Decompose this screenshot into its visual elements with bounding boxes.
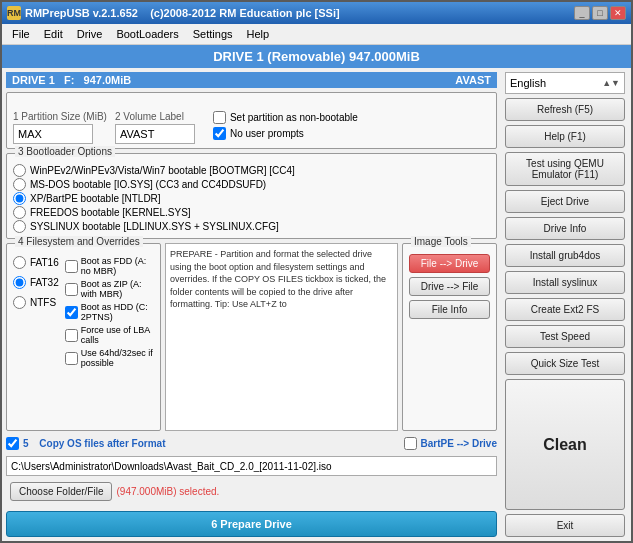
clean-button[interactable]: Clean <box>505 379 625 510</box>
menu-bar: File Edit Drive BootLoaders Settings Hel… <box>2 24 631 45</box>
menu-bootloaders[interactable]: BootLoaders <box>110 26 184 42</box>
fs-fat32-radio[interactable] <box>13 276 26 289</box>
non-bootable-label: Set partition as non-bootable <box>230 112 358 123</box>
file-to-drive-button[interactable]: File --> Drive <box>409 254 490 273</box>
partition-row: 1 Partition Size (MiB) 2 Volume Label Se… <box>13 111 490 144</box>
bootloader-label-2: XP/BartPE bootable [NTLDR] <box>30 193 161 204</box>
drive-to-file-button[interactable]: Drive --> File <box>409 277 490 296</box>
fs-cb-3-input[interactable] <box>65 329 78 342</box>
bootloader-option-2: XP/BartPE bootable [NTLDR] <box>13 192 490 205</box>
close-button[interactable]: ✕ <box>610 6 626 20</box>
bootloader-label-0: WinPEv2/WinPEv3/Vista/Win7 bootable [BOO… <box>30 165 295 176</box>
title-buttons: _ □ ✕ <box>574 6 626 20</box>
bottom-bar: Choose Folder/File (947.000MiB) selected… <box>6 480 497 505</box>
fs-ntfs-label: NTFS <box>30 297 56 308</box>
choose-folder-button[interactable]: Choose Folder/File <box>10 482 112 501</box>
bootloader-radio-3[interactable] <box>13 206 26 219</box>
bootloader-radio-2[interactable] <box>13 192 26 205</box>
fs-cb-2: Boot as HDD (C: 2PTNS) <box>65 302 154 322</box>
volume-label-input[interactable] <box>115 124 195 144</box>
fs-cb-3: Force use of LBA calls <box>65 325 154 345</box>
fs-cb-4-input[interactable] <box>65 352 78 365</box>
window-title: RMPrepUSB v.2.1.652 (c)2008-2012 RM Educ… <box>25 7 340 19</box>
copy-os-label: 5 Copy OS files after Format <box>6 437 165 450</box>
fs-cb-1: Boot as ZIP (A: with MBR) <box>65 279 154 299</box>
bootloader-label-1: MS-DOS bootable [IO.SYS] (CC3 and CC4DDS… <box>30 179 266 190</box>
drive-bar: DRIVE 1 F: 947.0MiB AVAST <box>6 72 497 88</box>
create-ext2-button[interactable]: Create Ext2 FS <box>505 298 625 321</box>
copy-section-num: 5 <box>23 438 29 449</box>
selected-file-message: (947.000MiB) selected. <box>116 486 219 497</box>
no-user-prompts-checkbox-row: No user prompts <box>213 127 358 140</box>
fs-fat32: FAT32 <box>13 276 59 289</box>
fs-cb-2-input[interactable] <box>65 306 78 319</box>
fs-cb-0-input[interactable] <box>65 260 78 273</box>
test-qemu-button[interactable]: Test using QEMU Emulator (F11) <box>505 152 625 186</box>
bootloader-section: 3 Bootloader Options WinPEv2/WinPEv3/Vis… <box>6 153 497 239</box>
fs-cb-1-input[interactable] <box>65 283 78 296</box>
fs-cb-1-label: Boot as ZIP (A: with MBR) <box>81 279 154 299</box>
drive-info-button[interactable]: Drive Info <box>505 217 625 240</box>
partition-section: 1 Partition Size (MiB) 2 Volume Label Se… <box>6 92 497 149</box>
bootloader-option-0: WinPEv2/WinPEv3/Vista/Win7 bootable [BOO… <box>13 164 490 177</box>
copy-os-text: Copy OS files after Format <box>39 438 165 449</box>
no-user-prompts-checkbox[interactable] <box>213 127 226 140</box>
fs-ntfs: NTFS <box>13 296 59 309</box>
prepare-drive-button[interactable]: 6 Prepare Drive <box>6 511 497 537</box>
bootloader-radio-0[interactable] <box>13 164 26 177</box>
non-bootable-checkbox-row: Set partition as non-bootable <box>213 111 358 124</box>
bootloader-radio-1[interactable] <box>13 178 26 191</box>
maximize-button[interactable]: □ <box>592 6 608 20</box>
language-text: English <box>510 77 546 89</box>
quick-size-test-button[interactable]: Quick Size Test <box>505 352 625 375</box>
partition-size-input[interactable] <box>13 124 93 144</box>
fs-fat16-radio[interactable] <box>13 256 26 269</box>
help-button[interactable]: Help (F1) <box>505 125 625 148</box>
minimize-button[interactable]: _ <box>574 6 590 20</box>
install-syslinux-button[interactable]: Install syslinux <box>505 271 625 294</box>
language-arrow-icon: ▲▼ <box>602 78 620 88</box>
file-info-button[interactable]: File Info <box>409 300 490 319</box>
fs-ntfs-radio[interactable] <box>13 296 26 309</box>
menu-help[interactable]: Help <box>241 26 276 42</box>
partition-size-label: 1 Partition Size (MiB) <box>13 111 107 122</box>
copy-os-checkbox[interactable] <box>6 437 19 450</box>
app-icon: RM <box>7 6 21 20</box>
fs-checkbox-column: Boot as FDD (A: no MBR) Boot as ZIP (A: … <box>65 256 154 368</box>
bootloader-radio-4[interactable] <box>13 220 26 233</box>
menu-edit[interactable]: Edit <box>38 26 69 42</box>
image-tools-section: Image Tools File --> Drive Drive --> Fil… <box>402 243 497 431</box>
menu-settings[interactable]: Settings <box>187 26 239 42</box>
fs-fat16-label: FAT16 <box>30 257 59 268</box>
main-window: RM RMPrepUSB v.2.1.652 (c)2008-2012 RM E… <box>0 0 633 543</box>
file-path-input[interactable] <box>6 456 497 476</box>
fs-fat16: FAT16 <box>13 256 59 269</box>
menu-file[interactable]: File <box>6 26 36 42</box>
title-bar-left: RM RMPrepUSB v.2.1.652 (c)2008-2012 RM E… <box>7 6 340 20</box>
right-panel: English ▲▼ Refresh (F5) Help (F1) Test u… <box>501 68 631 541</box>
fs-radio-column: FAT16 FAT32 NTFS <box>13 256 59 368</box>
eject-drive-button[interactable]: Eject Drive <box>505 190 625 213</box>
non-bootable-checkbox[interactable] <box>213 111 226 124</box>
no-user-prompts-label: No user prompts <box>230 128 304 139</box>
install-grub4dos-button[interactable]: Install grub4dos <box>505 244 625 267</box>
drive-label: DRIVE 1 F: 947.0MiB <box>12 74 131 86</box>
bart-pe-label: BartPE --> Drive <box>404 437 497 450</box>
bootloader-option-3: FREEDOS bootable [KERNEL.SYS] <box>13 206 490 219</box>
fs-cb-0: Boot as FDD (A: no MBR) <box>65 256 154 276</box>
fs-cb-3-label: Force use of LBA calls <box>81 325 154 345</box>
refresh-button[interactable]: Refresh (F5) <box>505 98 625 121</box>
test-speed-button[interactable]: Test Speed <box>505 325 625 348</box>
drive-type: AVAST <box>455 74 491 86</box>
prepare-text-area: PREPARE - Partition and format the selec… <box>165 243 398 431</box>
language-selector[interactable]: English ▲▼ <box>505 72 625 94</box>
bootloader-option-1: MS-DOS bootable [IO.SYS] (CC3 and CC4DDS… <box>13 178 490 191</box>
left-panel: DRIVE 1 F: 947.0MiB AVAST 1 Partition Si… <box>2 68 501 541</box>
bootloader-label-3: FREEDOS bootable [KERNEL.SYS] <box>30 207 191 218</box>
fs-cb-2-label: Boot as HDD (C: 2PTNS) <box>81 302 154 322</box>
bart-pe-checkbox[interactable] <box>404 437 417 450</box>
file-path-row <box>6 456 497 476</box>
exit-button[interactable]: Exit <box>505 514 625 537</box>
content-area: DRIVE 1 F: 947.0MiB AVAST 1 Partition Si… <box>2 68 631 541</box>
menu-drive[interactable]: Drive <box>71 26 109 42</box>
